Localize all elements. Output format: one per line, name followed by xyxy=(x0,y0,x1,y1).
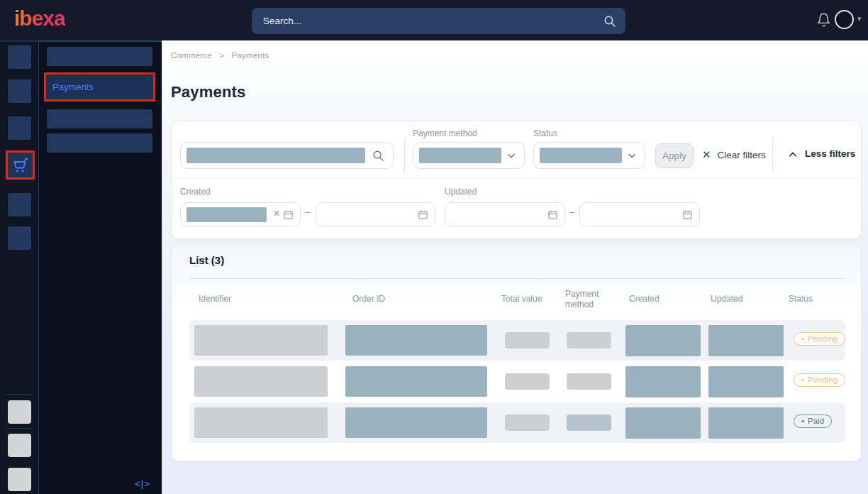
created-to-date-input[interactable] xyxy=(316,202,435,226)
order-id-placeholder xyxy=(345,366,487,397)
updated-label: Updated xyxy=(445,187,477,197)
select-value-placeholder xyxy=(419,148,501,163)
status-badge: • Pending xyxy=(794,332,845,346)
calendar-icon xyxy=(283,209,294,220)
sidebar-item-commerce[interactable] xyxy=(6,150,35,180)
select-value-placeholder xyxy=(540,148,622,163)
filter-divider xyxy=(404,138,405,172)
status-label: Paid xyxy=(808,417,824,425)
search-input[interactable] xyxy=(263,8,596,34)
updated-to-date-input[interactable] xyxy=(579,202,700,226)
payment-method-placeholder xyxy=(567,415,611,431)
breadcrumb-commerce[interactable]: Commerce xyxy=(171,51,212,60)
sidebar-icon-placeholder-3[interactable] xyxy=(8,116,31,140)
calendar-icon xyxy=(418,209,428,220)
created-label: Created xyxy=(180,187,211,197)
column-header-created: Created xyxy=(629,294,660,304)
sidebar-icon-placeholder-1[interactable] xyxy=(8,45,31,69)
updated-from-date-input[interactable] xyxy=(445,202,565,226)
sidebar-item-payments-label: Payments xyxy=(52,82,94,92)
less-filters-toggle[interactable]: Less filters xyxy=(788,148,855,159)
total-value-placeholder xyxy=(505,332,550,348)
payments-list-panel: List (3) Identifier Order ID Total value… xyxy=(171,243,862,461)
search-value-placeholder xyxy=(187,148,365,163)
chevron-down-icon xyxy=(627,152,637,160)
column-header-order-id: Order ID xyxy=(352,294,385,304)
chevron-down-icon xyxy=(506,152,516,160)
sidebar-item-payments[interactable]: Payments xyxy=(44,72,155,101)
sidebar-bottom-icon-placeholder-3[interactable] xyxy=(8,468,31,491)
payment-method-placeholder xyxy=(567,373,611,390)
table-row[interactable]: • Pending xyxy=(189,361,845,402)
search-icon xyxy=(372,150,384,162)
sidebar-icon-placeholder-5[interactable] xyxy=(8,226,31,250)
section-sidebar: Payments <|> xyxy=(39,40,162,494)
status-select[interactable] xyxy=(533,142,645,169)
sidebar-icon-placeholder-2[interactable] xyxy=(8,79,31,103)
clear-x-icon: ✕ xyxy=(702,148,711,161)
icon-sidebar xyxy=(0,40,39,494)
column-header-identifier: Identifier xyxy=(199,294,231,304)
global-search[interactable] xyxy=(252,8,625,34)
breadcrumb: Commerce > Payments xyxy=(171,51,274,60)
total-value-placeholder xyxy=(505,373,550,390)
user-avatar[interactable] xyxy=(835,10,854,29)
total-value-placeholder xyxy=(505,415,550,431)
status-label: Status xyxy=(533,128,557,138)
breadcrumb-payments: Payments xyxy=(232,51,269,60)
date-range-separator: – xyxy=(305,207,310,217)
user-menu-caret-icon[interactable]: ▾ xyxy=(857,14,862,23)
clear-date-icon[interactable]: ✕ xyxy=(273,209,280,219)
status-dot-icon: • xyxy=(801,417,804,425)
clear-filters-button[interactable]: ✕ Clear filters xyxy=(702,148,766,161)
topbar: ibexa ▾ xyxy=(0,0,868,40)
list-title: List (3) xyxy=(189,254,224,266)
sidebar-divider xyxy=(6,428,33,429)
created-placeholder xyxy=(625,325,701,356)
status-badge: • Pending xyxy=(794,373,845,387)
notifications-bell-icon[interactable] xyxy=(816,12,831,28)
clear-filters-label: Clear filters xyxy=(718,150,766,160)
order-id-placeholder xyxy=(345,325,487,356)
sidebar-bottom-icon-placeholder-2[interactable] xyxy=(8,434,31,457)
sidebar-nav-placeholder-1[interactable] xyxy=(47,47,152,66)
column-header-status: Status xyxy=(789,294,813,304)
sidebar-nav-placeholder-3[interactable] xyxy=(47,133,152,153)
sidebar-divider xyxy=(6,394,33,395)
page-title: Payments xyxy=(171,83,246,101)
status-label: Pending xyxy=(808,334,838,343)
apply-button[interactable]: Apply xyxy=(655,143,694,168)
sidebar-nav-placeholder-2[interactable] xyxy=(47,109,152,128)
column-header-total-value: Total value xyxy=(501,294,542,304)
updated-placeholder xyxy=(708,407,784,439)
search-icon xyxy=(603,15,616,28)
filter-search-input[interactable] xyxy=(180,142,394,169)
table-row[interactable]: • Paid xyxy=(189,402,845,443)
list-divider xyxy=(189,278,844,279)
sidebar-bottom-icon-placeholder-1[interactable] xyxy=(8,400,31,424)
identifier-placeholder xyxy=(194,407,328,438)
created-from-date-input[interactable]: ✕ xyxy=(180,202,301,226)
brand-logo[interactable]: ibexa xyxy=(14,6,65,31)
date-value-placeholder xyxy=(187,207,267,222)
less-filters-label: Less filters xyxy=(805,148,855,159)
date-range-separator: – xyxy=(569,207,574,217)
created-placeholder xyxy=(625,366,701,397)
identifier-placeholder xyxy=(194,366,328,397)
payment-method-label: Payment method xyxy=(413,128,477,138)
filter-row-divider xyxy=(172,178,861,179)
filters-panel: Payment method Status Apply ✕ Clear filt… xyxy=(171,121,862,239)
column-header-updated: Updated xyxy=(711,294,742,304)
table-row[interactable]: • Pending xyxy=(189,320,845,361)
cart-icon xyxy=(12,157,29,174)
sidebar-icon-placeholder-4[interactable] xyxy=(8,193,31,216)
payment-method-placeholder xyxy=(567,332,611,348)
sidebar-resize-handle-icon[interactable]: <|> xyxy=(135,478,150,489)
status-label: Pending xyxy=(808,375,838,384)
created-placeholder xyxy=(625,407,701,439)
identifier-placeholder xyxy=(194,325,328,356)
main-content: Commerce > Payments Payments Payment met… xyxy=(162,40,868,494)
payment-method-select[interactable] xyxy=(413,142,525,169)
updated-placeholder xyxy=(708,325,784,356)
filter-divider xyxy=(772,138,773,172)
